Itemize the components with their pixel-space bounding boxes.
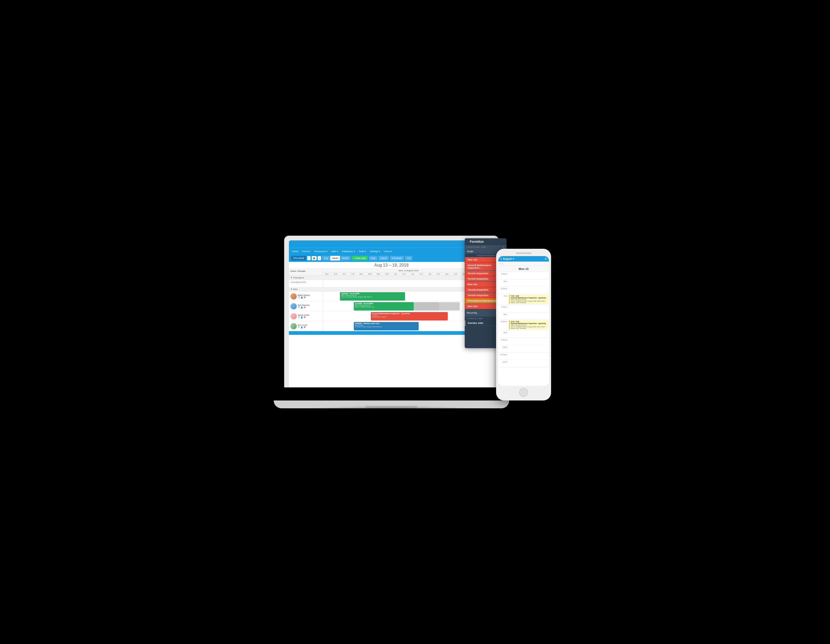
nav-users[interactable]: Users ▾ [382, 250, 394, 253]
phone-menu-icon[interactable]: ≡ [500, 257, 502, 260]
time-730: 7:30 [348, 272, 357, 275]
time-6am-phone: 6am [498, 279, 508, 286]
event-blake-1[interactable]: 1301509 - GeneralPM ABC Transport Pty Lt… [340, 292, 405, 301]
phone-next-button[interactable]: › [502, 263, 503, 265]
new-job-button[interactable]: + New Job [352, 256, 368, 261]
unassigned-jobs-label: Unassigned jobs [289, 280, 323, 287]
view-day-button[interactable]: Day [322, 256, 330, 261]
nav-databases[interactable]: Databases ▾ [340, 250, 356, 253]
user-name-blake: Blake Adams [298, 294, 310, 296]
time-12p: 12p [426, 272, 434, 275]
this-week-button[interactable]: This Week [291, 256, 306, 261]
event-530 [508, 272, 549, 279]
phone-event-2-time: 8:15 - 9:30 [511, 321, 547, 323]
phone-event-2[interactable]: 8:15 - 9:30 General Maintenance Inspecti… [509, 320, 548, 329]
panel-unassigned-text: UNASSIGNED JOBS [467, 246, 486, 248]
user-name-sarah: Sarah Smith [298, 314, 309, 316]
nav-forms[interactable]: Forms ▾ [300, 250, 312, 253]
table-row: 7:30am [498, 305, 549, 312]
event-sarah-1-sub2: Unspecified Location [372, 316, 447, 318]
user-name-eric: Eric Cross [298, 324, 307, 326]
phone-event-1-title: General Maintenance Inspection - Quarter… [511, 297, 547, 299]
panel-single-label: Single [467, 250, 474, 253]
phone-event-2-title: General Maintenance Inspection - Quarter… [511, 323, 547, 324]
cal-icon-button[interactable]: ▦ [312, 256, 317, 260]
user-info-bob: Bob Stevens 📍 👤 📅 [298, 304, 310, 309]
user-name-bob: Bob Stevens [298, 304, 310, 306]
table-row: 9:30am [498, 338, 549, 345]
table-row: 6:30am [498, 287, 549, 294]
list-button[interactable]: List [405, 256, 412, 261]
time-1pm: 1pm [443, 272, 451, 275]
event-bob-2[interactable] [414, 302, 439, 310]
event-blake-1-sub2: Unit 3 11 Rodeo Road, Gregory Hills New … [341, 296, 404, 297]
event-bob-3[interactable] [439, 302, 460, 310]
phone-month-label[interactable]: August ▾ [503, 257, 514, 260]
time-11am-phone: 11am [498, 360, 508, 367]
laptop-base [274, 400, 509, 408]
phone-event-1-sub2: Unit 3 11 Rodeo Road, Gregory Hills, New… [511, 300, 547, 304]
nav-settings[interactable]: Settings ▾ [368, 250, 382, 253]
time-11a: 11a [409, 272, 417, 275]
avatar-bob [290, 303, 297, 309]
event-sarah-1[interactable]: General Maintenance Inspection - Quarter… [371, 312, 448, 320]
nav-tools[interactable]: Tools ▾ [357, 250, 368, 253]
user-icons-sarah: 📍 👤 📅 [298, 316, 309, 319]
event-eric-1-sub2: 11 Rodeo Road, Gregory Hills New So... [355, 326, 418, 328]
event-10am [508, 345, 549, 352]
table-row: 7am 7:00 - 8:00 General Maintenance Insp… [498, 294, 549, 305]
nav-home[interactable]: Home [290, 250, 300, 253]
scheduler-button[interactable]: Scheduler [390, 256, 404, 261]
phone: ≡ August ▾ ⚙ ‹ › Mon 13 5:30am 6am [496, 249, 551, 400]
table-row: Sarah Smith 📍 👤 📅 General Maintenance In… [289, 311, 494, 321]
user-cell-bob: Bob Stevens 📍 👤 📅 [289, 301, 323, 311]
event-7am: 7:00 - 8:00 General Maintenance Inspecti… [508, 294, 549, 305]
time-1030-phone: 10:30am [498, 353, 508, 360]
view-buttons: Day Week Month [322, 256, 350, 261]
time-9am-phone: 9am [498, 331, 508, 338]
prev-button[interactable]: ‹ [307, 256, 310, 260]
calendar-body: ▼ Unassigned Unassigned jobs ▼ Main [289, 276, 494, 331]
view-week-button[interactable]: Week [330, 256, 340, 261]
main-toggle: ▼ Main [290, 288, 298, 290]
time-530: 5:30am [498, 272, 508, 279]
map-button[interactable]: Map [369, 256, 377, 261]
phone-notch [516, 252, 531, 254]
table-row: Bob Stevens 📍 👤 📅 1347388 - GeneralPM AB… [289, 301, 494, 311]
table-row: 11am [498, 360, 549, 367]
phone-event-1[interactable]: 7:00 - 8:00 General Maintenance Inspecti… [509, 294, 548, 304]
main-section-header[interactable]: ▼ Main [289, 287, 494, 291]
phone-prev-button[interactable]: ‹ [500, 263, 501, 265]
user-icons-blake: 📍 👤 📅 [298, 297, 310, 299]
phone-header: ≡ August ▾ ⚙ [498, 256, 549, 261]
user-icons-eric: 📍 👤 📅 [298, 326, 307, 329]
event-eric-1[interactable]: 1428292 - Weekly Lawn Care David Smith 1… [354, 322, 419, 331]
nav-jobs[interactable]: Jobs ▾ [330, 250, 340, 253]
time-7am: 7am [340, 272, 348, 275]
calendar-header: Users / Groups Wed, 15 August 2018 6am 6… [289, 269, 494, 276]
phone-event-2-sub2: Unit 3 11 Rodeo Road, Gregory Hills, New… [511, 326, 547, 329]
time-130: 1:30 [451, 272, 460, 275]
phone-schedule: 5:30am 6am 6:30am 7am 7:00 - 8:00 [498, 272, 549, 386]
avatar-eric [290, 323, 297, 329]
filter-icon[interactable]: ▼ [503, 246, 504, 248]
table-row: 5:30am [498, 272, 549, 279]
time-730-phone: 7:30am [498, 305, 508, 312]
nav-resources[interactable]: Resources ▾ [313, 250, 329, 253]
table-row: Eric Cross 📍 👤 📅 1428292 - Weekly Lawn C… [289, 321, 494, 331]
time-10am-phone: 10am [498, 345, 508, 352]
view-month-button[interactable]: Month [340, 256, 350, 261]
event-9am [508, 331, 549, 338]
panel-recurring-label: Recurring [467, 312, 477, 314]
unassigned-section-header[interactable]: ▼ Unassigned [289, 276, 494, 280]
user-cell-sarah: Sarah Smith 📍 👤 📅 [289, 311, 323, 321]
table-row: 6am [498, 279, 549, 287]
panel-menu-icon: ≡ [467, 241, 468, 243]
event-830: 8:15 - 9:30 General Maintenance Inspecti… [508, 320, 549, 331]
hybrid-button[interactable]: Hybrid [379, 256, 389, 261]
phone-home-button[interactable] [519, 388, 528, 397]
scene: Home Forms ▾ Resources ▾ Jobs ▾ Database… [271, 228, 559, 416]
next-button[interactable]: › [318, 256, 321, 260]
event-bob-1[interactable]: 1347388 - GeneralPM ABC Transport Pty Lt… [354, 302, 414, 310]
phone-settings-icon[interactable]: ⚙ [545, 257, 547, 260]
